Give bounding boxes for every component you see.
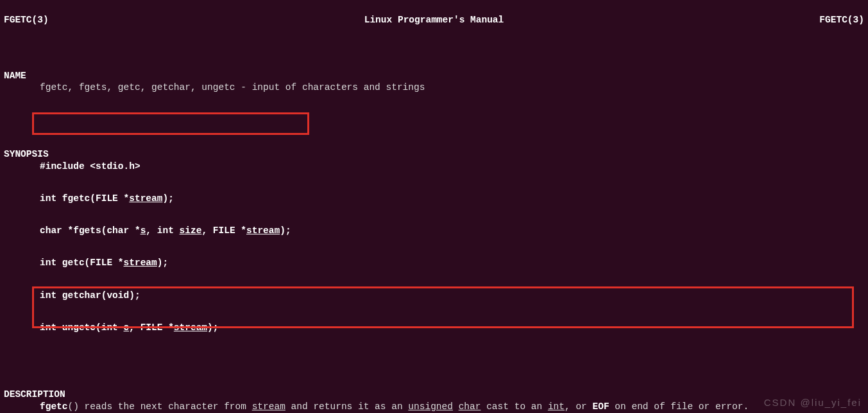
fn-ungetc: int ungetc(int c, FILE *stream); [4,322,864,333]
header-center: Linux Programmer's Manual [364,14,504,26]
fn-fgets: char *fgets(char *s, int size, FILE *str… [4,225,864,236]
section-heading-name: NAME [4,71,26,81]
section-name: NAME fgetc, fgets, getc, getchar, ungetc… [4,58,864,105]
header-right: FGETC(3) [819,14,864,26]
section-heading-description: DESCRIPTION [4,389,65,400]
fn-getc: int getc(FILE *stream); [4,257,864,268]
section-description: DESCRIPTION fgetc() reads the next chara… [4,377,864,413]
desc-fgetc: fgetc() reads the next character from st… [4,401,864,412]
watermark: CSDN @liu_yi_fei [764,397,862,409]
name-text: fgetc, fgets, getc, getchar, ungetc - in… [4,82,864,93]
fn-getchar: int getchar(void); [4,290,864,301]
man-header: FGETC(3)Linux Programmer's ManualFGETC(3… [4,14,864,26]
include-line: #include <stdio.h> [4,161,864,172]
header-left: FGETC(3) [4,14,49,26]
section-synopsis: SYNOPSIS #include <stdio.h> int fgetc(FI… [4,137,864,345]
man-page: FGETC(3)Linux Programmer's ManualFGETC(3… [0,0,868,413]
fn-fgetc: int fgetc(FILE *stream); [4,193,864,204]
section-heading-synopsis: SYNOPSIS [4,149,49,159]
